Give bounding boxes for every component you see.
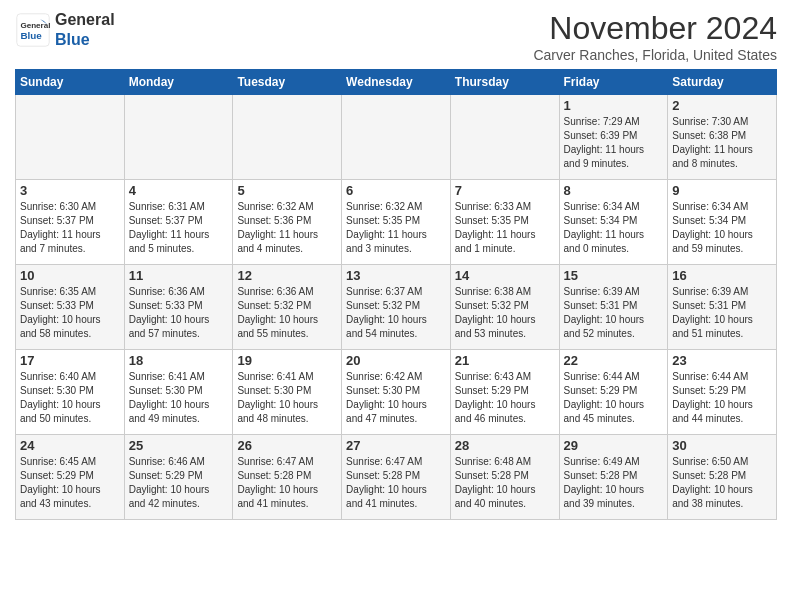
calendar-cell: 26Sunrise: 6:47 AM Sunset: 5:28 PM Dayli… [233, 435, 342, 520]
cell-daylight-info: Sunrise: 6:48 AM Sunset: 5:28 PM Dayligh… [455, 455, 555, 511]
cell-daylight-info: Sunrise: 6:44 AM Sunset: 5:29 PM Dayligh… [564, 370, 664, 426]
day-number: 20 [346, 353, 446, 368]
weekday-header: Wednesday [342, 70, 451, 95]
calendar-cell: 4Sunrise: 6:31 AM Sunset: 5:37 PM Daylig… [124, 180, 233, 265]
cell-daylight-info: Sunrise: 6:41 AM Sunset: 5:30 PM Dayligh… [129, 370, 229, 426]
calendar-cell: 29Sunrise: 6:49 AM Sunset: 5:28 PM Dayli… [559, 435, 668, 520]
calendar-cell: 8Sunrise: 6:34 AM Sunset: 5:34 PM Daylig… [559, 180, 668, 265]
cell-daylight-info: Sunrise: 6:34 AM Sunset: 5:34 PM Dayligh… [564, 200, 664, 256]
weekday-header: Monday [124, 70, 233, 95]
calendar-cell [233, 95, 342, 180]
calendar-cell: 24Sunrise: 6:45 AM Sunset: 5:29 PM Dayli… [16, 435, 125, 520]
weekday-header: Tuesday [233, 70, 342, 95]
cell-daylight-info: Sunrise: 6:30 AM Sunset: 5:37 PM Dayligh… [20, 200, 120, 256]
calendar-cell: 23Sunrise: 6:44 AM Sunset: 5:29 PM Dayli… [668, 350, 777, 435]
cell-daylight-info: Sunrise: 6:38 AM Sunset: 5:32 PM Dayligh… [455, 285, 555, 341]
calendar-week-row: 24Sunrise: 6:45 AM Sunset: 5:29 PM Dayli… [16, 435, 777, 520]
day-number: 28 [455, 438, 555, 453]
cell-daylight-info: Sunrise: 6:50 AM Sunset: 5:28 PM Dayligh… [672, 455, 772, 511]
cell-daylight-info: Sunrise: 6:35 AM Sunset: 5:33 PM Dayligh… [20, 285, 120, 341]
calendar-cell: 10Sunrise: 6:35 AM Sunset: 5:33 PM Dayli… [16, 265, 125, 350]
day-number: 4 [129, 183, 229, 198]
calendar-cell: 9Sunrise: 6:34 AM Sunset: 5:34 PM Daylig… [668, 180, 777, 265]
weekday-header: Saturday [668, 70, 777, 95]
month-title: November 2024 [533, 10, 777, 47]
day-number: 6 [346, 183, 446, 198]
cell-daylight-info: Sunrise: 7:30 AM Sunset: 6:38 PM Dayligh… [672, 115, 772, 171]
day-number: 13 [346, 268, 446, 283]
title-block: November 2024 Carver Ranches, Florida, U… [533, 10, 777, 63]
cell-daylight-info: Sunrise: 6:41 AM Sunset: 5:30 PM Dayligh… [237, 370, 337, 426]
day-number: 17 [20, 353, 120, 368]
weekday-header: Friday [559, 70, 668, 95]
logo: General Blue General Blue [15, 10, 115, 50]
day-number: 12 [237, 268, 337, 283]
day-number: 9 [672, 183, 772, 198]
cell-daylight-info: Sunrise: 6:33 AM Sunset: 5:35 PM Dayligh… [455, 200, 555, 256]
day-number: 11 [129, 268, 229, 283]
calendar-cell: 15Sunrise: 6:39 AM Sunset: 5:31 PM Dayli… [559, 265, 668, 350]
day-number: 24 [20, 438, 120, 453]
page-header: General Blue General Blue November 2024 … [15, 10, 777, 63]
day-number: 21 [455, 353, 555, 368]
day-number: 7 [455, 183, 555, 198]
logo-blue: Blue [55, 31, 90, 48]
day-number: 2 [672, 98, 772, 113]
cell-daylight-info: Sunrise: 6:36 AM Sunset: 5:33 PM Dayligh… [129, 285, 229, 341]
calendar-cell [342, 95, 451, 180]
day-number: 25 [129, 438, 229, 453]
calendar-cell: 12Sunrise: 6:36 AM Sunset: 5:32 PM Dayli… [233, 265, 342, 350]
calendar-cell: 6Sunrise: 6:32 AM Sunset: 5:35 PM Daylig… [342, 180, 451, 265]
calendar-cell [124, 95, 233, 180]
calendar-cell: 22Sunrise: 6:44 AM Sunset: 5:29 PM Dayli… [559, 350, 668, 435]
day-number: 15 [564, 268, 664, 283]
day-number: 10 [20, 268, 120, 283]
calendar-cell: 5Sunrise: 6:32 AM Sunset: 5:36 PM Daylig… [233, 180, 342, 265]
day-number: 16 [672, 268, 772, 283]
cell-daylight-info: Sunrise: 6:34 AM Sunset: 5:34 PM Dayligh… [672, 200, 772, 256]
weekday-header: Thursday [450, 70, 559, 95]
calendar-table: SundayMondayTuesdayWednesdayThursdayFrid… [15, 69, 777, 520]
header-row: SundayMondayTuesdayWednesdayThursdayFrid… [16, 70, 777, 95]
calendar-week-row: 1Sunrise: 7:29 AM Sunset: 6:39 PM Daylig… [16, 95, 777, 180]
calendar-cell: 1Sunrise: 7:29 AM Sunset: 6:39 PM Daylig… [559, 95, 668, 180]
calendar-cell: 30Sunrise: 6:50 AM Sunset: 5:28 PM Dayli… [668, 435, 777, 520]
calendar-cell: 17Sunrise: 6:40 AM Sunset: 5:30 PM Dayli… [16, 350, 125, 435]
cell-daylight-info: Sunrise: 6:44 AM Sunset: 5:29 PM Dayligh… [672, 370, 772, 426]
calendar-body: 1Sunrise: 7:29 AM Sunset: 6:39 PM Daylig… [16, 95, 777, 520]
calendar-header: SundayMondayTuesdayWednesdayThursdayFrid… [16, 70, 777, 95]
calendar-week-row: 3Sunrise: 6:30 AM Sunset: 5:37 PM Daylig… [16, 180, 777, 265]
calendar-cell: 7Sunrise: 6:33 AM Sunset: 5:35 PM Daylig… [450, 180, 559, 265]
day-number: 29 [564, 438, 664, 453]
calendar-cell: 28Sunrise: 6:48 AM Sunset: 5:28 PM Dayli… [450, 435, 559, 520]
day-number: 27 [346, 438, 446, 453]
calendar-cell: 20Sunrise: 6:42 AM Sunset: 5:30 PM Dayli… [342, 350, 451, 435]
calendar-cell: 21Sunrise: 6:43 AM Sunset: 5:29 PM Dayli… [450, 350, 559, 435]
cell-daylight-info: Sunrise: 6:39 AM Sunset: 5:31 PM Dayligh… [672, 285, 772, 341]
day-number: 26 [237, 438, 337, 453]
calendar-cell: 25Sunrise: 6:46 AM Sunset: 5:29 PM Dayli… [124, 435, 233, 520]
cell-daylight-info: Sunrise: 6:45 AM Sunset: 5:29 PM Dayligh… [20, 455, 120, 511]
calendar-cell: 11Sunrise: 6:36 AM Sunset: 5:33 PM Dayli… [124, 265, 233, 350]
calendar-cell [450, 95, 559, 180]
day-number: 1 [564, 98, 664, 113]
calendar-cell: 16Sunrise: 6:39 AM Sunset: 5:31 PM Dayli… [668, 265, 777, 350]
day-number: 23 [672, 353, 772, 368]
calendar-cell [16, 95, 125, 180]
cell-daylight-info: Sunrise: 6:40 AM Sunset: 5:30 PM Dayligh… [20, 370, 120, 426]
cell-daylight-info: Sunrise: 6:32 AM Sunset: 5:36 PM Dayligh… [237, 200, 337, 256]
calendar-cell: 3Sunrise: 6:30 AM Sunset: 5:37 PM Daylig… [16, 180, 125, 265]
weekday-header: Sunday [16, 70, 125, 95]
cell-daylight-info: Sunrise: 6:39 AM Sunset: 5:31 PM Dayligh… [564, 285, 664, 341]
day-number: 19 [237, 353, 337, 368]
cell-daylight-info: Sunrise: 6:47 AM Sunset: 5:28 PM Dayligh… [237, 455, 337, 511]
day-number: 30 [672, 438, 772, 453]
cell-daylight-info: Sunrise: 6:31 AM Sunset: 5:37 PM Dayligh… [129, 200, 229, 256]
calendar-cell: 19Sunrise: 6:41 AM Sunset: 5:30 PM Dayli… [233, 350, 342, 435]
svg-text:General: General [20, 21, 50, 30]
cell-daylight-info: Sunrise: 6:46 AM Sunset: 5:29 PM Dayligh… [129, 455, 229, 511]
day-number: 8 [564, 183, 664, 198]
calendar-cell: 14Sunrise: 6:38 AM Sunset: 5:32 PM Dayli… [450, 265, 559, 350]
logo-icon: General Blue [15, 12, 51, 48]
cell-daylight-info: Sunrise: 6:37 AM Sunset: 5:32 PM Dayligh… [346, 285, 446, 341]
